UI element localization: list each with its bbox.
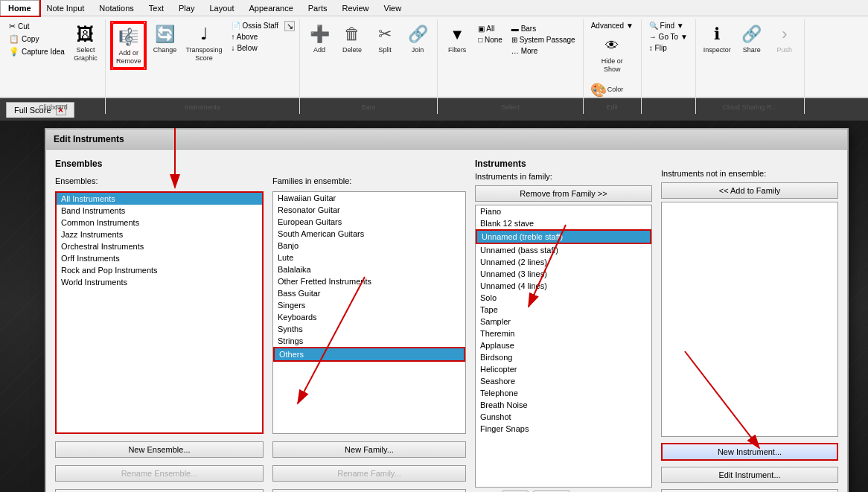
menu-notations[interactable]: Notations bbox=[92, 0, 141, 16]
list-item[interactable]: Sampler bbox=[476, 316, 651, 328]
filters-button[interactable]: ▼ Filters bbox=[442, 21, 472, 56]
families-list[interactable]: Hawaiian Guitar Resonator Guitar Europea… bbox=[272, 191, 466, 434]
color-button[interactable]: 🎨 Color bbox=[588, 77, 636, 103]
capture-idea-button[interactable]: 💡 Capture Idea bbox=[6, 46, 68, 57]
above-button[interactable]: ↑ Above bbox=[229, 32, 282, 42]
menu-appearance[interactable]: Appearance bbox=[241, 0, 300, 16]
list-item[interactable]: Unnamed (3 lines) bbox=[476, 268, 651, 280]
list-item[interactable]: Piano bbox=[476, 205, 651, 217]
system-passage-button[interactable]: ⊞ System Passage bbox=[508, 35, 578, 45]
list-item[interactable]: Unnamed (bass staff) bbox=[476, 244, 651, 256]
none-button[interactable]: □ None bbox=[475, 35, 505, 45]
menu-play[interactable]: Play bbox=[171, 0, 202, 16]
find-button[interactable]: 🔍 Find ▼ bbox=[646, 21, 691, 31]
list-item[interactable]: Lute bbox=[273, 252, 465, 263]
goto-button[interactable]: → Go To ▼ bbox=[646, 32, 691, 42]
list-item[interactable]: Keyboards bbox=[273, 311, 465, 323]
rename-family-button[interactable]: Rename Family... bbox=[272, 465, 466, 482]
delete-family-button[interactable]: Delete Family bbox=[272, 489, 466, 492]
menu-home[interactable]: Home bbox=[0, 0, 39, 16]
menu-note-input[interactable]: Note Input bbox=[39, 0, 92, 16]
list-item-others[interactable]: Others bbox=[273, 347, 465, 362]
instruments-not-in-list[interactable] bbox=[661, 202, 838, 437]
list-item[interactable]: Strings bbox=[273, 335, 465, 347]
list-item[interactable]: Resonator Guitar bbox=[273, 204, 465, 216]
cut-button[interactable]: ✂ Cut bbox=[6, 21, 68, 32]
select-graphic-button[interactable]: 🖼 SelectGraphic bbox=[71, 21, 100, 64]
list-item[interactable]: South American Guitars bbox=[273, 228, 465, 240]
copy-button[interactable]: 📋 Copy bbox=[6, 33, 68, 45]
list-item[interactable]: Tape bbox=[476, 304, 651, 316]
new-ensemble-button[interactable]: New Ensemble... bbox=[55, 441, 264, 458]
list-item[interactable]: Breath Noise bbox=[476, 399, 651, 411]
list-item[interactable]: Singers bbox=[273, 299, 465, 311]
list-item[interactable]: Blank 12 stave bbox=[476, 217, 651, 229]
all-button[interactable]: ▣ All bbox=[475, 24, 505, 33]
menu-parts[interactable]: Parts bbox=[301, 0, 335, 16]
list-item[interactable]: Jazz Instruments bbox=[57, 229, 262, 240]
more-button[interactable]: … More bbox=[508, 46, 578, 56]
list-item[interactable]: Rock and Pop Instruments bbox=[57, 264, 262, 276]
main-area: Edit Instruments Ensembles Ensembles: Al… bbox=[0, 121, 868, 492]
list-item-unnamed-treble[interactable]: Unnamed (treble staff) bbox=[476, 229, 651, 244]
menu-review[interactable]: Review bbox=[334, 0, 376, 16]
list-item[interactable]: Balalaika bbox=[273, 263, 465, 275]
flip-button[interactable]: ↕ Flip bbox=[646, 43, 691, 53]
list-item[interactable]: Banjo bbox=[273, 240, 465, 252]
add-remove-button[interactable]: 🎼 Add orRemove bbox=[112, 22, 146, 68]
list-item[interactable]: Orchestral Instruments bbox=[57, 240, 262, 252]
ensembles-label: Ensembles: bbox=[55, 176, 264, 185]
bars-select-button[interactable]: ▬ Bars bbox=[508, 24, 578, 33]
delete-bars-button[interactable]: 🗑 Delete bbox=[337, 21, 367, 56]
new-family-button[interactable]: New Family... bbox=[272, 441, 466, 458]
delete-ensemble-button[interactable]: Delete Ensemble bbox=[55, 489, 264, 492]
list-item[interactable]: Synths bbox=[273, 323, 465, 335]
list-item[interactable]: Orff Instruments bbox=[57, 252, 262, 264]
share-button[interactable]: 🔗 Share bbox=[737, 21, 767, 56]
list-item[interactable]: Gunshot bbox=[476, 411, 651, 423]
list-item[interactable]: All Instruments bbox=[57, 193, 262, 205]
split-button[interactable]: ✂ Split bbox=[370, 21, 400, 56]
hide-show-button[interactable]: 👁 Hide orShow bbox=[588, 32, 636, 75]
add-to-family-button[interactable]: << Add to Family bbox=[661, 182, 838, 199]
ossia-staff-button[interactable]: 📄 Ossia Staff bbox=[229, 21, 282, 31]
list-item[interactable]: Helicopter bbox=[476, 363, 651, 375]
list-item[interactable]: Solo bbox=[476, 292, 651, 304]
menu-layout[interactable]: Layout bbox=[202, 0, 241, 16]
menu-text[interactable]: Text bbox=[141, 0, 171, 16]
ensembles-list[interactable]: All Instruments Band Instruments Common … bbox=[55, 191, 264, 434]
edit-instrument-button[interactable]: Edit Instrument... bbox=[661, 467, 838, 483]
change-button[interactable]: 🔄 Change bbox=[150, 21, 179, 56]
list-item[interactable]: Unnamed (4 lines) bbox=[476, 280, 651, 292]
list-item[interactable]: Common Instruments bbox=[57, 217, 262, 229]
new-instrument-button[interactable]: New Instrument... bbox=[661, 443, 838, 461]
list-item[interactable]: Theremin bbox=[476, 328, 651, 339]
menu-view[interactable]: View bbox=[377, 0, 409, 16]
list-item[interactable]: Band Instruments bbox=[57, 205, 262, 217]
ribbon-group-bars: ➕ Add 🗑 Delete ✂ Split 🔗 Join bbox=[300, 19, 438, 114]
list-item[interactable]: Finger Snaps bbox=[476, 423, 651, 435]
list-item[interactable]: Seashore bbox=[476, 375, 651, 387]
list-item[interactable]: Telephone bbox=[476, 387, 651, 399]
list-item[interactable]: Other Fretted Instruments bbox=[273, 275, 465, 287]
advanced-button[interactable]: Advanced ▼ bbox=[588, 21, 636, 31]
list-item[interactable]: European Guitars bbox=[273, 216, 465, 228]
cloud-label: Cloud Sharing R... bbox=[723, 103, 778, 112]
instruments-in-family-list[interactable]: Piano Blank 12 stave Unnamed (treble sta… bbox=[475, 205, 652, 488]
list-item[interactable]: Hawaiian Guitar bbox=[273, 192, 465, 204]
list-item[interactable]: World Instruments bbox=[57, 276, 262, 288]
inspector-button[interactable]: ℹ Inspector bbox=[701, 21, 734, 56]
instruments-expand[interactable]: ↘ bbox=[284, 21, 295, 31]
transposing-score-button[interactable]: ♩ TransposingScore bbox=[182, 21, 225, 64]
join-button[interactable]: 🔗 Join bbox=[403, 21, 433, 56]
remove-from-family-button[interactable]: Remove from Family >> bbox=[475, 185, 652, 202]
list-item[interactable]: Birdsong bbox=[476, 351, 651, 363]
below-button[interactable]: ↓ Below bbox=[229, 43, 282, 53]
list-item[interactable]: Bass Guitar bbox=[273, 287, 465, 299]
delete-instrument-button[interactable]: Delete Instrument bbox=[661, 489, 838, 492]
push-button[interactable]: › Push bbox=[770, 21, 800, 56]
list-item[interactable]: Unnamed (2 lines) bbox=[476, 256, 651, 268]
rename-ensemble-button[interactable]: Rename Ensemble... bbox=[55, 465, 264, 482]
list-item[interactable]: Applause bbox=[476, 339, 651, 351]
add-bars-button[interactable]: ➕ Add bbox=[304, 21, 334, 56]
